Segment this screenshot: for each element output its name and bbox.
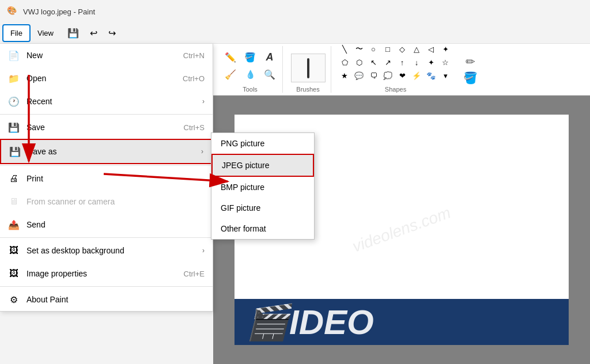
- menu-item-properties[interactable]: 🖼 Image properties Ctrl+E: [0, 262, 213, 285]
- window-title: VWJ logo.jpeg - Paint: [23, 7, 95, 16]
- outline-fill-section: ✏ 🪣: [460, 46, 481, 93]
- shape-star6[interactable]: ★: [338, 70, 351, 81]
- scanner-icon: 🖥: [8, 196, 20, 207]
- submenu-gif[interactable]: GIF picture: [211, 198, 314, 218]
- submenu-jpeg[interactable]: JPEG picture: [211, 154, 314, 177]
- file-menu-dropdown: 📄 New Ctrl+N 📁 Open Ctrl+O 🕐 Recent › 💾 …: [0, 44, 213, 312]
- fill-icon[interactable]: 🪣: [242, 49, 258, 65]
- open-label: Open: [27, 74, 176, 83]
- shape-triangle[interactable]: △: [410, 43, 423, 55]
- send-icon: 📤: [8, 219, 20, 230]
- shape-oval[interactable]: ○: [367, 43, 380, 55]
- shape-line[interactable]: ╲: [338, 43, 351, 55]
- watermark: videolens.com: [350, 203, 453, 256]
- shape-star5[interactable]: ☆: [439, 56, 452, 68]
- save-as-submenu: PNG picture JPEG picture BMP picture GIF…: [211, 132, 315, 240]
- menu-item-new[interactable]: 📄 New Ctrl+N: [0, 44, 213, 67]
- shape-lightning[interactable]: ⚡: [410, 70, 423, 81]
- undo-button[interactable]: ↩: [86, 25, 102, 41]
- menu-item-send[interactable]: 📤 Send: [0, 213, 213, 236]
- brushes-section: Brushes: [285, 46, 331, 93]
- save-as-label: Save as: [28, 147, 194, 156]
- fill2-icon[interactable]: 🪣: [463, 71, 478, 85]
- pencil-icon[interactable]: ✏️: [222, 49, 239, 65]
- divider-2: [0, 165, 213, 166]
- title-bar: 🎨 VWJ logo.jpeg - Paint: [0, 0, 590, 23]
- new-shortcut: Ctrl+N: [183, 51, 205, 60]
- menu-item-desktop[interactable]: 🖼 Set as desktop background ›: [0, 239, 213, 262]
- new-label: New: [27, 51, 176, 60]
- open-icon: 📁: [8, 73, 20, 84]
- divider-4: [0, 286, 213, 287]
- shape-speech[interactable]: 💬: [353, 70, 365, 81]
- image-text: 🎬: [246, 302, 289, 343]
- shape-callout[interactable]: 🗨: [367, 70, 380, 81]
- desktop-arrow: ›: [202, 247, 205, 255]
- divider-3: [0, 237, 213, 238]
- divider-1: [0, 114, 213, 115]
- menu-item-open[interactable]: 📁 Open Ctrl+O: [0, 67, 213, 90]
- shape-starburst[interactable]: ✦: [425, 56, 437, 68]
- shape-arrow-dn[interactable]: ↓: [410, 56, 423, 68]
- tools-label: Tools: [243, 86, 258, 93]
- app-icon: 🎨: [7, 6, 18, 17]
- about-label: About Paint: [27, 295, 205, 304]
- eraser-icon[interactable]: 🧹: [222, 66, 239, 82]
- shape-arrow-up[interactable]: ↑: [396, 56, 409, 68]
- shape-rect[interactable]: □: [381, 43, 394, 55]
- text-icon[interactable]: A: [262, 49, 278, 65]
- recent-label: Recent: [27, 97, 195, 106]
- undo-redo-group: ↩ ↪: [86, 25, 120, 41]
- shape-diamond[interactable]: ◇: [396, 43, 409, 55]
- canvas-image: 🎬 IDEO: [235, 299, 569, 345]
- shapes-grid: ╲ 〜 ○ □ ◇ △ ◁ ✦ ⬠ ⬡ ↖ ↗ ↑ ↓ ✦ ☆ ★ 💬 🗨 💭 …: [338, 43, 453, 82]
- tools-section: ✏️ 🪣 A 🧹 💧 🔍 Tools: [218, 46, 283, 93]
- menu-item-scanner[interactable]: 🖥 From scanner or camera: [0, 190, 213, 213]
- properties-label: Image properties: [27, 269, 177, 278]
- desktop-icon: 🖼: [8, 245, 20, 256]
- shape-arrow-ur[interactable]: ↗: [381, 56, 394, 68]
- print-label: Print: [27, 174, 205, 183]
- shape-rtriangle[interactable]: ◁: [425, 43, 437, 55]
- save-icon: 💾: [8, 122, 20, 133]
- shape-heart[interactable]: ❤: [396, 70, 409, 81]
- menu-item-save[interactable]: 💾 Save Ctrl+S: [0, 116, 213, 139]
- save-toolbar-button[interactable]: 💾: [65, 25, 81, 41]
- zoom-icon[interactable]: 🔍: [262, 66, 278, 82]
- redo-button[interactable]: ↪: [104, 25, 120, 41]
- eyedropper-icon[interactable]: 💧: [242, 66, 258, 82]
- shape-round-callout[interactable]: 💭: [381, 70, 394, 81]
- submenu-png[interactable]: PNG picture: [211, 133, 314, 154]
- outline-icon[interactable]: ✏: [466, 55, 475, 69]
- shapes-section: ╲ 〜 ○ □ ◇ △ ◁ ✦ ⬠ ⬡ ↖ ↗ ↑ ↓ ✦ ☆ ★ 💬 🗨 💭 …: [334, 46, 457, 93]
- file-menu-button[interactable]: File: [2, 24, 31, 42]
- shape-pentagon[interactable]: ⬠: [338, 56, 351, 68]
- menu-item-save-as[interactable]: 💾 Save as ›: [0, 139, 213, 164]
- tools-icons-row: ✏️ 🪣 A: [222, 49, 278, 65]
- shape-star4[interactable]: ✦: [439, 43, 452, 55]
- menu-item-about[interactable]: ⚙ About Paint: [0, 288, 213, 311]
- shapes-label: Shapes: [385, 86, 406, 93]
- shape-more[interactable]: ▾: [439, 70, 452, 81]
- print-icon: 🖨: [8, 173, 20, 184]
- recent-arrow: ›: [202, 97, 205, 105]
- shape-footprint[interactable]: 🐾: [425, 70, 437, 81]
- submenu-other[interactable]: Other format: [211, 218, 314, 239]
- brush-selector[interactable]: [291, 54, 326, 82]
- recent-icon: 🕐: [8, 96, 20, 107]
- shape-hex[interactable]: ⬡: [353, 56, 365, 68]
- brushes-label: Brushes: [296, 86, 319, 93]
- view-menu-button[interactable]: View: [31, 25, 60, 41]
- scanner-label: From scanner or camera: [27, 197, 205, 206]
- ribbon: ✏️ 🪣 A 🧹 💧 🔍 Tools Brushes ╲ 〜 ○ □ ◇ △ ◁: [213, 44, 590, 96]
- shape-curve[interactable]: 〜: [353, 43, 365, 55]
- submenu-bmp[interactable]: BMP picture: [211, 177, 314, 198]
- about-icon: ⚙: [8, 294, 20, 305]
- new-icon: 📄: [8, 50, 20, 61]
- menu-item-recent[interactable]: 🕐 Recent ›: [0, 90, 213, 113]
- send-label: Send: [27, 220, 205, 229]
- menu-item-print[interactable]: 🖨 Print: [0, 167, 213, 190]
- shape-arrow-ul[interactable]: ↖: [367, 56, 380, 68]
- tools-icons-row-2: 🧹 💧 🔍: [222, 66, 278, 82]
- properties-icon: 🖼: [8, 268, 20, 279]
